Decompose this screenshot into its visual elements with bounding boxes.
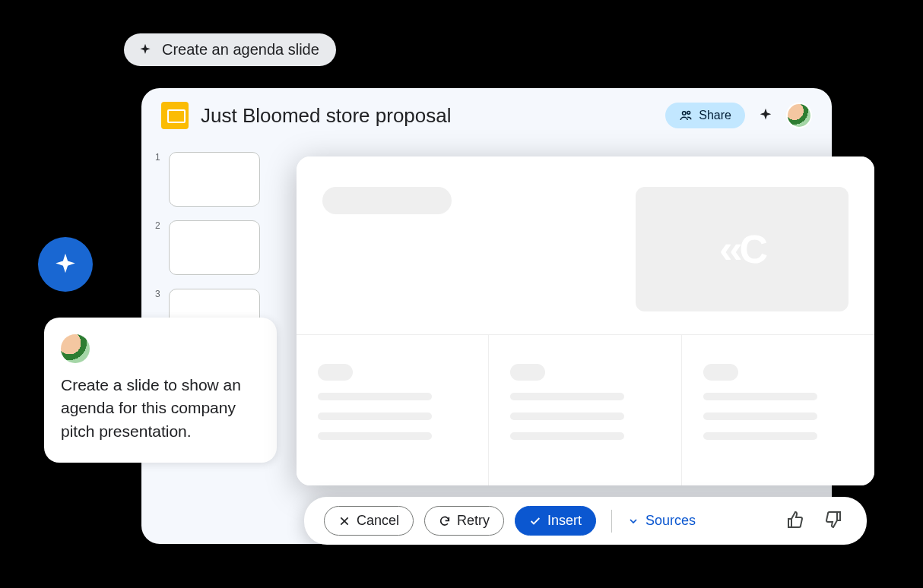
thumb-number: 3: [155, 289, 163, 299]
insert-button[interactable]: Insert: [515, 506, 596, 536]
prompt-text: Create a slide to show an agenda for thi…: [61, 374, 260, 443]
prompt-card: Create a slide to show an agenda for thi…: [44, 318, 277, 463]
share-button[interactable]: Share: [665, 103, 745, 128]
heading-placeholder: [318, 364, 353, 381]
sources-button[interactable]: Sources: [627, 513, 696, 529]
action-bar: Cancel Retry Insert Sources: [304, 497, 867, 545]
people-icon: [679, 109, 693, 122]
slides-app-icon: [161, 102, 189, 129]
svg-point-0: [683, 112, 687, 115]
text-placeholder: [510, 393, 624, 400]
agenda-column: [297, 335, 489, 485]
app-header: Just Bloomed store proposal Share: [141, 88, 832, 140]
thumb-number: 1: [155, 152, 163, 163]
placeholder-logo: ‹‹C: [719, 226, 765, 272]
close-icon: [338, 515, 350, 527]
text-placeholder: [510, 432, 624, 440]
text-placeholder: [703, 393, 817, 400]
sparkle-icon: [138, 43, 153, 58]
avatar: [61, 334, 90, 363]
heading-placeholder: [703, 364, 738, 381]
thumbs-down-icon: [824, 511, 842, 529]
divider: [611, 510, 612, 533]
text-placeholder: [318, 432, 432, 440]
suggestion-chip[interactable]: Create an agenda slide: [124, 33, 336, 66]
thumbs-up-icon: [786, 511, 804, 529]
generated-slide[interactable]: ‹‹C: [297, 156, 874, 485]
generated-slide-preview: ‹‹C: [297, 156, 874, 485]
agenda-column: [682, 335, 874, 485]
avatar[interactable]: [786, 103, 812, 128]
image-placeholder: ‹‹C: [636, 187, 848, 311]
text-placeholder: [318, 413, 432, 420]
chevron-down-icon: [627, 515, 639, 527]
document-title[interactable]: Just Bloomed store proposal: [201, 104, 653, 128]
slide-thumbnail[interactable]: [169, 220, 260, 275]
sources-label: Sources: [645, 513, 696, 529]
text-placeholder: [318, 393, 432, 400]
text-placeholder: [510, 413, 624, 420]
suggestion-label: Create an agenda slide: [162, 41, 319, 58]
slide-thumbnails: 1 2 3: [155, 152, 260, 343]
check-icon: [529, 515, 541, 527]
heading-placeholder: [510, 364, 545, 381]
thumbnail-row[interactable]: 2: [155, 220, 260, 275]
cancel-button[interactable]: Cancel: [324, 506, 414, 536]
thumbs-up-button[interactable]: [782, 506, 809, 536]
text-placeholder: [703, 432, 817, 440]
thumbs-down-button[interactable]: [820, 506, 847, 536]
slide-thumbnail[interactable]: [169, 152, 260, 207]
thumbnail-row[interactable]: 1: [155, 152, 260, 207]
sparkle-icon: [52, 251, 78, 277]
insert-label: Insert: [547, 513, 582, 529]
title-placeholder: [322, 187, 452, 214]
refresh-icon: [439, 515, 451, 527]
sparkle-icon[interactable]: [757, 107, 774, 124]
share-label: Share: [699, 109, 731, 122]
text-placeholder: [703, 413, 817, 420]
thumb-number: 2: [155, 220, 163, 231]
ai-assistant-button[interactable]: [38, 237, 93, 292]
retry-button[interactable]: Retry: [424, 506, 504, 536]
svg-point-1: [687, 111, 690, 114]
agenda-column: [489, 335, 681, 485]
cancel-label: Cancel: [357, 513, 399, 529]
retry-label: Retry: [457, 513, 490, 529]
